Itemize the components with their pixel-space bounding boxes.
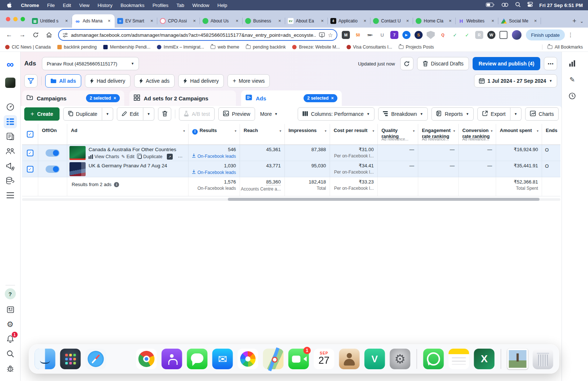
selected-badge[interactable]: 2 selected× bbox=[304, 94, 337, 102]
delete-button[interactable] bbox=[158, 107, 171, 121]
window-close-button[interactable] bbox=[6, 17, 10, 21]
bookmark-item[interactable]: CIC News | Canada bbox=[5, 44, 51, 50]
clear-selection-icon[interactable]: × bbox=[114, 96, 116, 101]
bookmark-item[interactable]: Breeze: Website M... bbox=[292, 44, 340, 50]
tab-campaigns[interactable]: Campaigns2 selected× bbox=[22, 90, 124, 106]
menu-edit[interactable]: Edit bbox=[59, 3, 75, 8]
menu-bookmarks[interactable]: Bookmarks bbox=[116, 3, 148, 8]
ext-r-icon[interactable]: R bbox=[475, 31, 483, 39]
duplicate-dropdown[interactable]: ▼ bbox=[102, 107, 113, 121]
column-header-cost-per-result[interactable]: Cost per result▼ bbox=[330, 124, 378, 145]
dock-maps-icon[interactable] bbox=[263, 349, 284, 369]
view-had-delivery[interactable]: Had delivery bbox=[178, 74, 224, 88]
column-header-conversion-rate-ranking[interactable]: Conversion rate ranking▼Ad relevance... bbox=[459, 124, 496, 145]
discard-drafts-button[interactable]: Discard Drafts bbox=[417, 57, 469, 70]
reports-button[interactable]: Reports▼ bbox=[431, 107, 474, 121]
dock-messages-icon[interactable] bbox=[187, 349, 208, 369]
tab-close-icon[interactable]: × bbox=[447, 18, 453, 24]
row-checkbox[interactable]: ✓ bbox=[27, 166, 33, 172]
filters-button[interactable] bbox=[24, 74, 37, 88]
column-header-results[interactable]: iResults▼ bbox=[189, 124, 240, 145]
tab-close-icon[interactable]: × bbox=[362, 18, 368, 24]
columns-button[interactable]: Columns: Performance▼ bbox=[298, 107, 374, 121]
bookmark-item[interactable]: Visa Consultants I... bbox=[347, 44, 392, 50]
menu-chrome[interactable]: Chrome bbox=[17, 3, 43, 8]
menu-tab[interactable]: Tab bbox=[172, 3, 188, 8]
browser-tab-8[interactable]: Contact U× bbox=[370, 14, 413, 28]
browser-tab-11[interactable]: Social Me× bbox=[498, 14, 541, 28]
browser-tab-10[interactable]: HWebsites× bbox=[456, 14, 498, 28]
dock-launchpad-icon[interactable] bbox=[60, 349, 81, 369]
pages-icon[interactable] bbox=[4, 130, 17, 143]
ext-play-icon[interactable]: ▶ bbox=[402, 31, 410, 39]
browser-tab-0[interactable]: ▦Untitled s× bbox=[29, 14, 72, 28]
account-selector[interactable]: Pranav Rout (458256605115177) ▼ bbox=[42, 57, 139, 70]
tab-ads[interactable]: Ads2 selected× bbox=[241, 90, 342, 106]
history-panel-icon[interactable] bbox=[568, 92, 577, 100]
browser-tab-7[interactable]: êApplicatio× bbox=[328, 14, 370, 28]
billing-icon[interactable] bbox=[4, 174, 17, 187]
menu-view[interactable]: View bbox=[75, 3, 93, 8]
ad-thumbnail[interactable] bbox=[69, 162, 86, 176]
bookmark-item[interactable]: pending backlink bbox=[246, 44, 286, 50]
edit-panel-icon[interactable]: ✎ bbox=[568, 75, 577, 84]
browser-tab-5[interactable]: Business× bbox=[243, 14, 285, 28]
browser-tab-3[interactable]: CPO Assi× bbox=[157, 14, 200, 28]
column-header-ad[interactable]: Ad▼ bbox=[67, 124, 189, 145]
dock-trash-icon[interactable] bbox=[533, 349, 553, 369]
browser-tab-2[interactable]: ≡EV Smart× bbox=[115, 14, 157, 28]
search-icon[interactable] bbox=[4, 347, 17, 360]
ads-icon[interactable] bbox=[4, 159, 17, 172]
dock-photo-file-icon[interactable] bbox=[508, 349, 528, 369]
dock-whatsapp-icon[interactable] bbox=[423, 349, 444, 369]
refresh-button[interactable] bbox=[400, 57, 413, 70]
browser-tab-6[interactable]: EVAbout Ea× bbox=[285, 14, 328, 28]
result-type-link[interactable]: On-Facebook leads bbox=[192, 170, 236, 175]
dock-chrome-icon[interactable] bbox=[136, 349, 157, 369]
row-checkbox[interactable]: ✓ bbox=[27, 150, 33, 156]
column-header-off-on[interactable]: Off/On bbox=[38, 124, 67, 145]
ext-7-icon[interactable]: 7 bbox=[390, 31, 398, 39]
ad-status-toggle[interactable] bbox=[46, 165, 60, 173]
tab-close-icon[interactable]: × bbox=[533, 18, 538, 24]
dock-system-settings-icon[interactable] bbox=[390, 349, 410, 369]
updates-icon[interactable] bbox=[4, 303, 17, 316]
audiences-icon[interactable] bbox=[4, 145, 17, 158]
clear-selection-icon[interactable]: × bbox=[331, 96, 334, 101]
battery-icon[interactable] bbox=[486, 2, 495, 8]
dock-podcasts-icon[interactable] bbox=[162, 349, 182, 369]
ad-name[interactable]: UK & Germany Pranav Ad 7 Aug 24 bbox=[89, 163, 187, 168]
ext-w-icon[interactable]: W bbox=[487, 31, 495, 39]
bookmark-item[interactable]: ImmiEx – Immigrat... bbox=[157, 44, 204, 50]
duplicate-button[interactable]: Duplicate bbox=[63, 107, 102, 121]
menu-file[interactable]: File bbox=[43, 3, 59, 8]
menu-window[interactable]: Window bbox=[188, 3, 213, 8]
column-header-impressions[interactable]: Impressions▼ bbox=[285, 124, 330, 145]
bookmark-item[interactable]: Projects Posts bbox=[399, 44, 434, 50]
dock-contacts-icon[interactable] bbox=[339, 349, 360, 369]
tab-close-icon[interactable]: × bbox=[191, 18, 197, 24]
view-charts-action[interactable]: View Charts bbox=[89, 154, 119, 159]
bookmark-item[interactable]: Membership Pendi... bbox=[103, 44, 150, 50]
info-icon[interactable]: i bbox=[192, 129, 198, 135]
more-actions-icon[interactable]: ⋯ bbox=[178, 154, 183, 160]
reload-button[interactable] bbox=[30, 29, 41, 40]
dock-excel-icon[interactable] bbox=[474, 349, 495, 369]
selected-badge[interactable]: 2 selected× bbox=[86, 94, 120, 102]
dock-finder-icon[interactable] bbox=[35, 349, 55, 369]
select-all-checkbox[interactable]: ✓ bbox=[27, 131, 33, 138]
back-button[interactable]: ← bbox=[4, 29, 15, 40]
menu-profiles[interactable]: Profiles bbox=[148, 3, 172, 8]
all-bookmarks-button[interactable]: All Bookmarks bbox=[542, 44, 583, 50]
ab-test-button[interactable]: A/B test bbox=[179, 107, 215, 121]
control-center-icon[interactable] bbox=[527, 2, 533, 8]
horizontal-scrollbar-thumb[interactable] bbox=[228, 198, 539, 201]
tab-ad-sets-for-2-campaigns[interactable]: Ad sets for 2 Campaigns bbox=[129, 90, 236, 106]
dock-notes-icon[interactable] bbox=[449, 349, 469, 369]
browser-tab-9[interactable]: Home Cla× bbox=[413, 14, 456, 28]
ext-5m-icon[interactable]: 5M+ bbox=[366, 31, 374, 39]
browser-menu-icon[interactable]: ⋮ bbox=[568, 32, 573, 38]
window-minimize-button[interactable] bbox=[13, 17, 18, 21]
bug-icon[interactable] bbox=[4, 362, 17, 375]
dock-photos-icon[interactable] bbox=[238, 349, 258, 369]
